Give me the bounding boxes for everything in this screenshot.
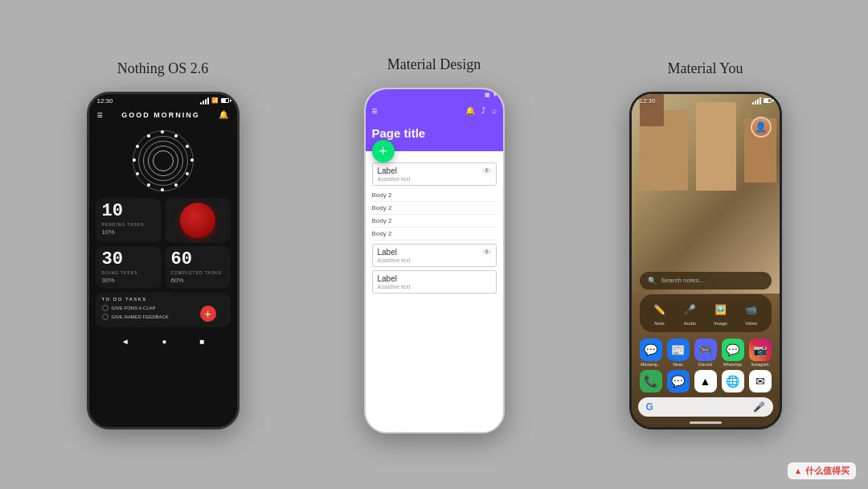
- you-action-video[interactable]: 📹 Video: [743, 301, 760, 326]
- dot: [147, 183, 150, 187]
- you-app-messenger[interactable]: 💬 Messeng...: [640, 339, 662, 367]
- nav-back-icon[interactable]: ◄: [121, 337, 129, 346]
- nothing-header: ≡ GOOD MORNING 🔔: [89, 108, 237, 125]
- google-g-icon: G: [646, 401, 653, 413]
- nav-home-icon[interactable]: ●: [162, 337, 166, 346]
- material-toolbar: ≡ 🔔 ⤴ ⌕: [366, 101, 503, 121]
- you-app-drive[interactable]: ▲: [694, 370, 717, 392]
- doing-tasks-percent: 30%: [102, 277, 155, 284]
- material-input-row-3: Label: [378, 274, 491, 283]
- you-battery-icon: [764, 98, 772, 103]
- todo-item-2: GIVE AHMED FEEDBACK: [102, 314, 169, 320]
- nothing-os-phone: 12:30 📶 ≡ GOOD MORN: [87, 92, 240, 429]
- google-mic-icon[interactable]: 🎤: [753, 401, 765, 413]
- todo-footer: GIVE FONS A CLAP GIVE AHMED FEEDBACK +: [102, 305, 224, 323]
- bell-icon[interactable]: 🔔: [219, 110, 228, 119]
- material-share-icon[interactable]: ⤴: [481, 106, 485, 115]
- you-nav-indicator: [632, 421, 780, 427]
- you-action-note[interactable]: ✏️ Note: [651, 301, 669, 326]
- material-fab[interactable]: +: [372, 140, 395, 162]
- you-note-icon: ✏️: [651, 301, 669, 318]
- you-search-bar[interactable]: 🔍 Search notes...: [640, 272, 772, 290]
- you-search-text: Search notes...: [661, 277, 705, 284]
- you-image-label: Image: [714, 321, 727, 326]
- material-battery-icon: ▾: [493, 92, 497, 98]
- material-label-1: Label: [378, 166, 397, 175]
- material-label-3: Label: [378, 274, 397, 283]
- todo-checkbox-2[interactable]: [102, 314, 108, 320]
- nothing-screen: 12:30 📶 ≡ GOOD MORN: [89, 94, 237, 427]
- material-input-row-1: Label 👁: [378, 166, 491, 175]
- pending-tasks-number: 10: [102, 203, 155, 220]
- stats-grid: 10 PENDING TASKS 10% 30 DOING TASKS 30%: [89, 198, 237, 289]
- you-action-audio[interactable]: 🎤 Audio: [682, 301, 699, 326]
- you-video-icon: 📹: [743, 301, 760, 318]
- you-search-icon: 🔍: [648, 277, 657, 285]
- material-eye-icon-2[interactable]: 👁: [483, 248, 491, 257]
- messenger-icon: 💬: [640, 339, 662, 361]
- dot: [174, 183, 178, 187]
- dot: [147, 134, 150, 138]
- news-label: News: [673, 362, 683, 367]
- you-app-grid-1: 💬 Messeng... 📰 News 🎮 Discord 💬: [640, 339, 772, 367]
- dot: [161, 130, 164, 134]
- material-page-title: Page title: [372, 126, 497, 140]
- you-action-image[interactable]: 🖼️ Image: [712, 301, 730, 326]
- gmail-icon: ✉: [749, 370, 772, 392]
- signal-icon: [200, 97, 209, 105]
- you-app-news[interactable]: 📰 News: [667, 339, 690, 367]
- material-assistive-1: Assistive text: [378, 176, 491, 182]
- material-input-3[interactable]: Label Assistive text: [372, 270, 497, 294]
- material-search-icon[interactable]: ⌕: [492, 106, 497, 115]
- you-app-chrome[interactable]: 🌐: [722, 370, 744, 392]
- you-app-whatsapp[interactable]: 💬 WhatsApp: [722, 339, 744, 367]
- todo-checkbox-1[interactable]: [102, 305, 108, 311]
- todo-add-button[interactable]: +: [200, 306, 216, 322]
- doing-tasks-box: 30 DOING TASKS 30%: [96, 246, 162, 289]
- you-status-bar: 12:30: [632, 94, 780, 108]
- material-assistive-3: Assistive text: [378, 284, 491, 290]
- material-input-2[interactable]: Label 👁 Assistive text: [372, 244, 497, 267]
- nav-recents-icon[interactable]: ■: [199, 337, 204, 346]
- wallpaper-spacer: [632, 108, 780, 167]
- dot: [133, 158, 136, 162]
- material-menu-icon[interactable]: ≡: [372, 105, 378, 117]
- nothing-time: 12:30: [97, 97, 113, 105]
- good-morning-title: GOOD MORNING: [121, 111, 200, 119]
- material-design-column: Material Design ▦ ▾ ≡ 🔔 ⤴ ⌕: [364, 56, 505, 434]
- drive-icon: ▲: [694, 370, 717, 392]
- you-app-messages[interactable]: 💬: [667, 370, 690, 392]
- main-container: Nothing OS 2.6 12:30 📶: [0, 0, 868, 489]
- you-app-gmail[interactable]: ✉: [749, 370, 772, 392]
- todo-text-1: GIVE FONS A CLAP: [112, 306, 156, 310]
- nothing-status-bar: 12:30 📶: [89, 94, 237, 108]
- ring-5: [153, 150, 174, 171]
- instagram-icon: 📷: [749, 339, 772, 361]
- you-audio-icon: 🎤: [682, 301, 699, 318]
- red-ball-box: [165, 198, 231, 243]
- dot: [174, 134, 178, 138]
- material-eye-icon-1[interactable]: 👁: [483, 166, 491, 175]
- material-body-3: Body 2: [372, 215, 497, 228]
- you-nav-pill: [690, 421, 722, 424]
- material-you-column: Material You 👤: [629, 60, 782, 429]
- menu-icon[interactable]: ≡: [97, 109, 103, 121]
- wifi-icon: 📶: [211, 97, 219, 104]
- material-body-1: Body 2: [372, 189, 497, 202]
- completed-tasks-box: 60 COMPLETED TASKS 60%: [165, 246, 231, 289]
- you-status-icons: [752, 97, 772, 105]
- material-body-4: Body 2: [372, 228, 497, 240]
- you-app-discord[interactable]: 🎮 Discord: [694, 339, 717, 367]
- circle-widget: [89, 129, 237, 193]
- you-app-phone[interactable]: 📞: [640, 370, 662, 392]
- material-body-2: Body 2: [372, 202, 497, 215]
- watermark: ▲ 什么值得买: [788, 462, 856, 479]
- material-input-1[interactable]: Label 👁 Assistive text: [372, 162, 497, 186]
- todo-section: TO DO TASKS GIVE FONS A CLAP GIVE AHMED …: [96, 292, 231, 327]
- dot: [161, 188, 164, 191]
- material-bell-icon[interactable]: 🔔: [465, 106, 475, 115]
- you-google-bar[interactable]: G 🎤: [638, 397, 773, 417]
- you-app-instagram[interactable]: 📷 Instagram: [749, 339, 772, 367]
- completed-tasks-percent: 60%: [171, 277, 224, 284]
- material-screen: ▦ ▾ ≡ 🔔 ⤴ ⌕ Page title +: [366, 89, 503, 432]
